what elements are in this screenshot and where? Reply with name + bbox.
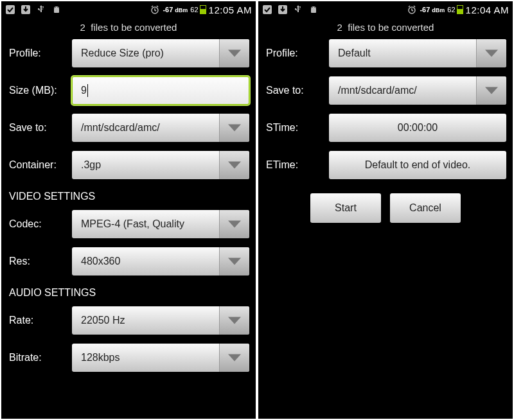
container-label: Container:	[8, 159, 72, 171]
codec-label: Codec:	[8, 218, 72, 230]
status-bar: -67 dBm 62 12:05 AM	[1, 1, 256, 18]
save-to-select[interactable]: /mnt/sdcard/amc/	[329, 76, 506, 105]
battery-indicator: 62	[190, 5, 206, 14]
check-icon	[262, 4, 272, 15]
video-settings-header: VIDEO SETTINGS	[8, 188, 249, 210]
left-screen: -67 dBm 62 12:05 AM 2 files to be conver…	[1, 1, 256, 419]
chevron-down-icon	[228, 162, 241, 169]
save-to-label: Save to:	[265, 85, 329, 96]
svg-point-4	[57, 7, 58, 8]
res-select[interactable]: 480x360	[72, 247, 249, 276]
size-label: Size (MB):	[8, 85, 72, 96]
clock: 12:05 AM	[209, 4, 252, 15]
download-icon	[278, 4, 288, 15]
android-icon	[308, 4, 319, 15]
chevron-down-icon	[485, 50, 498, 57]
audio-settings-header: AUDIO SETTINGS	[8, 284, 249, 306]
etime-button[interactable]: Default to end of video.	[329, 151, 506, 179]
codec-select[interactable]: MPEG-4 (Fast, Quality	[72, 210, 249, 238]
size-input[interactable]: 9	[72, 76, 249, 105]
clock: 12:04 AM	[466, 4, 509, 15]
profile-label: Profile:	[8, 48, 72, 59]
chevron-down-icon	[485, 87, 498, 94]
chevron-down-icon	[228, 50, 241, 57]
usb-icon	[36, 4, 46, 15]
alarm-icon	[407, 4, 417, 15]
cancel-button[interactable]: Cancel	[390, 193, 461, 223]
profile-select[interactable]: Default	[329, 39, 506, 67]
rate-label: Rate:	[8, 315, 72, 326]
bitrate-select[interactable]: 128kbps	[72, 344, 249, 372]
battery-indicator: 62	[447, 5, 463, 14]
download-icon	[21, 4, 31, 15]
etime-label: ETime:	[265, 159, 329, 171]
check-icon	[5, 4, 15, 15]
rate-select[interactable]: 22050 Hz	[72, 306, 249, 335]
stime-button[interactable]: 00:00:00	[329, 114, 506, 142]
start-button[interactable]: Start	[310, 193, 381, 223]
usb-icon	[293, 4, 303, 15]
stime-label: STime:	[265, 122, 329, 134]
chevron-down-icon	[228, 258, 241, 265]
signal-strength: -67 dBm	[163, 6, 188, 13]
alarm-icon	[150, 4, 160, 15]
save-to-label: Save to:	[8, 122, 72, 134]
android-icon	[51, 4, 62, 15]
chevron-down-icon	[228, 354, 241, 362]
chevron-down-icon	[228, 125, 241, 132]
svg-point-10	[314, 7, 315, 8]
chevron-down-icon	[228, 221, 241, 228]
svg-rect-8	[311, 8, 316, 13]
bitrate-label: Bitrate:	[8, 352, 72, 363]
signal-strength: -67 dBm	[420, 6, 445, 13]
svg-rect-0	[6, 5, 15, 14]
profile-select[interactable]: Reduce Size (pro)	[72, 39, 249, 67]
profile-label: Profile:	[265, 48, 329, 59]
chevron-down-icon	[228, 317, 241, 324]
save-to-select[interactable]: /mnt/sdcard/amc/	[72, 114, 249, 142]
file-count-header: 2 files to be converted	[1, 18, 256, 39]
svg-point-3	[55, 7, 55, 8]
res-label: Res:	[8, 256, 72, 267]
right-screen: -67 dBm 62 12:04 AM 2 files to be conver…	[258, 1, 513, 419]
svg-rect-2	[54, 8, 59, 13]
status-bar: -67 dBm 62 12:04 AM	[258, 1, 513, 18]
container-select[interactable]: .3gp	[72, 151, 249, 179]
svg-rect-6	[263, 5, 272, 14]
file-count-header: 2 files to be converted	[258, 18, 513, 39]
svg-point-9	[312, 7, 312, 8]
